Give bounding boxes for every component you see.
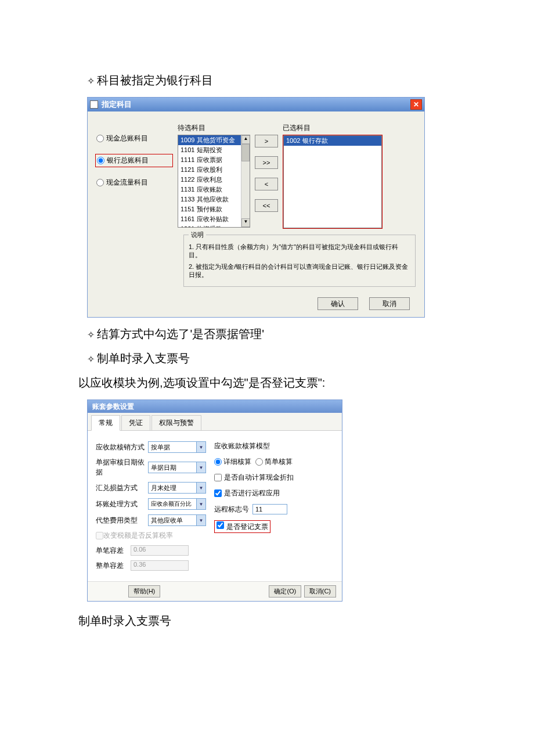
radio-simple[interactable]: [255, 458, 263, 466]
list-item[interactable]: 1002 银行存款: [284, 136, 381, 146]
radio-detailed[interactable]: [214, 458, 222, 466]
scroll-down-icon[interactable]: ▼: [241, 218, 250, 227]
bullet-2: ✧ 结算方式中勾选了'是否票据管理': [87, 326, 534, 342]
chevron-down-icon: ▼: [196, 515, 205, 525]
list-item[interactable]: 1131 应收账款: [178, 185, 250, 195]
label-exchange: 汇兑损益方式: [96, 483, 148, 493]
list-item[interactable]: 1151 预付账款: [178, 204, 250, 214]
label-auditdate: 单据审核日期依据: [96, 458, 148, 477]
radio-bank[interactable]: 银行总账科目: [95, 154, 173, 167]
combo-advance[interactable]: 其他应收单▼: [148, 514, 206, 526]
pending-listbox[interactable]: 1009 其他货币资金1101 短期投资1111 应收票据1121 应收股利11…: [178, 135, 250, 228]
titlebar: 指定科目 ✕: [88, 98, 424, 111]
move-left-button[interactable]: <: [255, 178, 278, 190]
list-item[interactable]: 1121 应收股利: [178, 165, 250, 175]
para-2: 制单时录入支票号: [78, 613, 534, 629]
tab-permission[interactable]: 权限与预警: [151, 415, 201, 430]
label-single-tolerance: 单笔容差: [96, 546, 131, 556]
check-remote[interactable]: [214, 489, 222, 497]
titlebar: 账套参数设置: [88, 400, 342, 413]
tab-general[interactable]: 常规: [91, 415, 120, 431]
tab-bar: 常规 凭证 权限与预警: [88, 413, 342, 431]
combo-baddebt[interactable]: 应收余额百分比▼: [148, 498, 206, 510]
desc-title: 说明: [189, 231, 206, 239]
radio-cash[interactable]: 现金总账科目: [96, 134, 172, 143]
move-all-left-button[interactable]: <<: [255, 199, 278, 212]
radio-flow[interactable]: 现金流量科目: [96, 178, 172, 188]
label-remote-id: 远程标志号: [214, 505, 249, 514]
selected-listbox[interactable]: 1002 银行存款: [283, 135, 382, 228]
list-item[interactable]: 1161 应收补贴款: [178, 214, 250, 224]
pending-label: 待选科目: [178, 123, 250, 133]
cancel-button[interactable]: 取消: [369, 297, 410, 310]
cancel-button[interactable]: 取消(C): [304, 585, 336, 597]
label-writeoff: 应收款核销方式: [96, 442, 148, 452]
chevron-down-icon: ▼: [196, 462, 205, 473]
input-total-tolerance: 0.36: [131, 560, 189, 571]
desc-line-1: 1. 只有科目性质（余额方向）为"借方"的科目可被指定为现金科目或银行科目。: [189, 243, 410, 260]
para-1: 以应收模块为例,选项设置中勾选"是否登记支票":: [78, 375, 534, 391]
scroll-up-icon[interactable]: ▲: [241, 135, 250, 144]
bullet-1: ✧ 科目被指定为银行科目: [87, 73, 534, 88]
list-item[interactable]: 1122 应收利息: [178, 175, 250, 185]
label-taxrate: 改变税额是否反算税率: [103, 531, 173, 541]
combo-writeoff[interactable]: 按单据▼: [148, 441, 206, 453]
ok-button[interactable]: 确定(O): [269, 585, 301, 597]
label-baddebt: 坏账处理方式: [96, 499, 148, 509]
bullet-3: ✧ 制单时录入支票号: [87, 351, 534, 366]
ok-button[interactable]: 确认: [317, 297, 358, 310]
list-item[interactable]: 1133 其他应收款: [178, 195, 250, 204]
move-all-right-button[interactable]: >>: [255, 156, 278, 169]
scrollbar[interactable]: ▲ ▼: [241, 135, 250, 227]
desc-line-2: 2. 被指定为现金/银行科目的会计科目可以查询现金日记账、银行日记账及资金日报。: [189, 262, 410, 279]
selected-label: 已选科目: [283, 123, 383, 133]
dialog-assign-subject: 指定科目 ✕ 现金总账科目 银行总账科目 现金流量科目 待选科目 1009 其他…: [87, 97, 425, 318]
dialog-title: 账套参数设置: [92, 402, 134, 411]
app-icon: [90, 100, 98, 109]
chevron-down-icon: ▼: [196, 499, 205, 509]
move-right-button[interactable]: >: [255, 135, 278, 147]
dialog-account-settings: 账套参数设置 常规 凭证 权限与预警 应收款核销方式按单据▼ 单据审核日期依据单…: [87, 399, 342, 602]
description-box: 说明 1. 只有科目性质（余额方向）为"借方"的科目可被指定为现金科目或银行科目…: [183, 235, 416, 287]
chevron-down-icon: ▼: [196, 483, 205, 493]
dialog-title: 指定科目: [102, 99, 132, 110]
label-ar-model: 应收账款核算模型: [214, 441, 294, 451]
help-button[interactable]: 帮助(H): [128, 585, 160, 597]
combo-auditdate[interactable]: 单据日期▼: [148, 462, 206, 473]
check-register-check[interactable]: [217, 521, 224, 529]
list-item[interactable]: 1009 其他货币资金: [178, 135, 250, 145]
check-taxrate: [96, 532, 103, 539]
combo-exchange[interactable]: 月末处理▼: [148, 482, 206, 494]
list-item[interactable]: 1201 物资采购: [178, 224, 250, 228]
label-total-tolerance: 整单容差: [96, 561, 131, 571]
input-single-tolerance: 0.06: [131, 545, 189, 556]
list-item[interactable]: 1111 应收票据: [178, 155, 250, 165]
check-auto-discount[interactable]: [214, 474, 222, 481]
tab-voucher[interactable]: 凭证: [121, 415, 150, 430]
close-button[interactable]: ✕: [410, 99, 422, 110]
input-remote-id[interactable]: [252, 504, 287, 514]
list-item[interactable]: 1101 短期投资: [178, 145, 250, 155]
chevron-down-icon: ▼: [196, 442, 205, 452]
label-advance: 代垫费用类型: [96, 516, 148, 525]
scrollbar-thumb[interactable]: [241, 144, 250, 161]
